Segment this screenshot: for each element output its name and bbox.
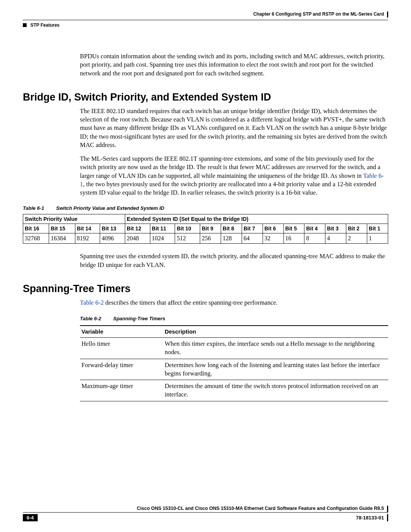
t62-h-variable: Variable (80, 326, 163, 338)
t62-h-description: Description (163, 326, 388, 338)
header-section: STP Features (30, 22, 59, 28)
t61-bits-row: Bit 16 Bit 15 Bit 14 Bit 13 Bit 12 Bit 1… (23, 224, 388, 233)
s1-p1: The IEEE 802.1D standard requires that e… (80, 107, 388, 149)
table-row: Forward-delay timer Determines how long … (80, 359, 388, 380)
table-6-1: Switch Priority Value Extended System ID… (23, 214, 388, 244)
s1-p3: Spanning tree uses the extended system I… (80, 252, 388, 269)
table-row: Hello timer When this timer expires, the… (80, 338, 388, 359)
table-6-2: Variable Description Hello timer When th… (80, 325, 388, 401)
table-row: Maximum-age timer Determines the amount … (80, 380, 388, 401)
t61-values-row: 32768 16384 8192 4096 2048 1024 512 256 … (23, 233, 388, 244)
t61-group-extended: Extended System ID (Set Equal to the Bri… (125, 214, 388, 224)
header-section-row: STP Features (23, 20, 388, 29)
footer-guide-title: Cisco ONS 15310-CL and Cisco ONS 15310-M… (23, 506, 388, 512)
s2-p1: Table 6-2 describes the timers that affe… (80, 299, 388, 307)
doc-id: 78-18133-01 (356, 514, 388, 521)
page-number-badge: 6-4 (23, 514, 38, 521)
section-marker-icon (23, 23, 27, 27)
intro-paragraph: BPDUs contain information about the send… (80, 52, 388, 78)
header-chapter: Chapter 6 Configuring STP and RSTP on th… (23, 11, 388, 18)
page-footer: Cisco ONS 15310-CL and Cisco ONS 15310-M… (23, 506, 388, 521)
t61-group-priority: Switch Priority Value (23, 214, 125, 224)
section-heading-bridge-id: Bridge ID, Switch Priority, and Extended… (23, 91, 388, 103)
s1-p2: The ML-Series card supports the IEEE 802… (80, 155, 388, 197)
table-6-1-caption: Table 6-1 Switch Priority Value and Exte… (23, 205, 388, 211)
table-6-2-caption: Table 6-2 Spanning-Tree Timers (80, 315, 388, 322)
section-heading-timers: Spanning-Tree Timers (23, 283, 388, 295)
link-table-6-2[interactable]: Table 6-2 (80, 299, 104, 306)
